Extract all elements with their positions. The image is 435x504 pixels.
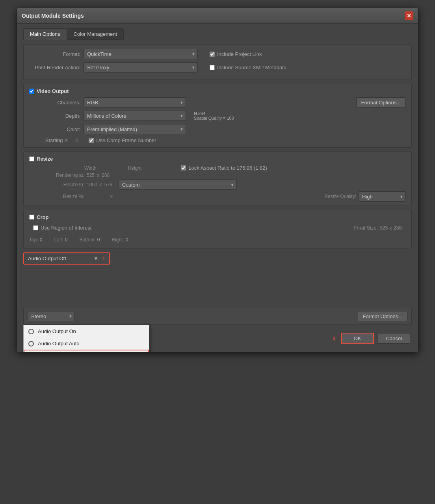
- cancel-button[interactable]: Cancel: [378, 333, 410, 344]
- use-region-checkbox[interactable]: [33, 225, 38, 230]
- resize-col-headers: Width Height Lock Aspect Ratio to 175:96…: [29, 165, 406, 171]
- resize-to-h: 576: [104, 182, 112, 187]
- channels-label: Channels:: [29, 100, 80, 106]
- resize-label: Resize: [37, 156, 53, 162]
- audio-dropdown-arrow: ▼: [93, 256, 99, 261]
- format-panel: Format: QuickTime ▼ Include Project Link…: [23, 44, 412, 80]
- include-project-link-checkbox[interactable]: [210, 52, 215, 57]
- format-options-btn[interactable]: Format Options...: [356, 97, 406, 107]
- crop-right: Right: 0: [112, 237, 128, 243]
- resize-preset-select[interactable]: Custom: [119, 180, 237, 190]
- audio-option-off[interactable]: Audio Output Off 2: [24, 350, 149, 352]
- audio-on-label: Audio Output On: [38, 328, 76, 334]
- tab-color-management[interactable]: Color Management: [67, 28, 124, 40]
- resize-height-header: Height: [128, 165, 142, 171]
- depth-select[interactable]: Millions of Colors: [84, 111, 186, 121]
- post-render-select-wrap: Set Proxy ▼: [84, 62, 198, 72]
- depth-row: Depth: Millions of Colors ▼ H.264 Spatia…: [29, 111, 406, 121]
- resize-preset-wrap: Custom ▼: [119, 180, 237, 190]
- post-render-select[interactable]: Set Proxy: [84, 62, 198, 72]
- audio-badge-1: 1: [102, 256, 105, 261]
- audio-section: Audio Output Off ▼ 1 Audio Output On Aud…: [23, 252, 412, 325]
- audio-option-on[interactable]: Audio Output On: [24, 325, 149, 337]
- resize-checkbox[interactable]: [29, 156, 34, 161]
- rendering-at-label: Rendering at:: [45, 172, 84, 178]
- channels-row: Channels: RGB ▼ Format Options...: [29, 97, 406, 107]
- crop-top: Top: 0: [29, 237, 42, 243]
- use-comp-frame-label: Use Comp Frame Number: [96, 137, 156, 143]
- post-render-row: Post-Render Action: Set Proxy ▼ Include …: [29, 62, 406, 72]
- format-select[interactable]: QuickTime: [84, 49, 198, 59]
- resize-to-row: Resize to: 1050 x 576 Custom ▼: [29, 180, 406, 190]
- video-output-label: Video Output: [37, 88, 69, 94]
- audio-format-row: Stereo ▼ Format Options...: [23, 308, 412, 325]
- output-module-settings-dialog: Output Module Settings ✕ Main Options Co…: [17, 8, 418, 352]
- format-row: Format: QuickTime ▼ Include Project Link: [29, 49, 406, 59]
- starting-hash-value: 0: [76, 137, 78, 143]
- include-xmp-options: Include Source XMP Metadata: [210, 65, 286, 70]
- lock-aspect-row: Lock Aspect Ratio to 175:96 (1.82): [181, 165, 267, 171]
- close-button[interactable]: ✕: [405, 11, 413, 20]
- codec-line2: Spatial Quality = 100: [194, 116, 234, 120]
- codec-line1: H.264: [194, 111, 234, 116]
- channels-select-wrap: RGB ▼: [84, 97, 186, 107]
- crop-bottom: Bottom: 0: [79, 237, 100, 243]
- video-output-checkbox[interactable]: [29, 89, 34, 94]
- audio-output-header[interactable]: Audio Output Off ▼ 1: [23, 252, 110, 265]
- color-select[interactable]: Premultiplied (Matted): [84, 124, 186, 134]
- include-options: Include Project Link: [210, 51, 262, 57]
- crop-checkbox[interactable]: [29, 215, 34, 220]
- resize-quality-select[interactable]: High: [359, 191, 406, 202]
- crop-panel: Crop Use Region of Interest Final Size: …: [23, 210, 412, 248]
- depth-select-wrap: Millions of Colors ▼: [84, 111, 186, 121]
- color-select-wrap: Premultiplied (Matted) ▼: [84, 124, 186, 134]
- lock-aspect-checkbox[interactable]: [181, 165, 186, 170]
- rendering-at-h: 288: [102, 172, 110, 178]
- audio-on-radio: [28, 329, 34, 334]
- include-xmp-checkbox[interactable]: [210, 65, 215, 70]
- resize-pct-row: Resize %: x Resize Quality: High ▼: [29, 191, 406, 202]
- resize-width-header: Width: [84, 165, 97, 171]
- crop-fields: Top: 0 Left: 0 Bottom: 0 Right: 0: [29, 235, 406, 244]
- audio-dropdown-menu: Audio Output On Audio Output Auto Audio …: [23, 325, 149, 352]
- resize-quality-wrap: High ▼: [359, 191, 406, 202]
- use-region-label: Use Region of Interest: [41, 225, 91, 231]
- crop-left: Left: 0: [54, 237, 67, 243]
- tabs-container: Main Options Color Management: [23, 28, 412, 40]
- audio-auto-radio: [28, 341, 34, 346]
- title-bar: Output Module Settings ✕: [17, 8, 418, 24]
- resize-pct-x: x: [110, 194, 113, 199]
- audio-format-options-btn[interactable]: Format Options...: [358, 311, 407, 321]
- format-select-wrap: QuickTime ▼: [84, 49, 198, 59]
- format-label: Format:: [29, 51, 80, 57]
- resize-panel: Resize Width Height Lock Aspect Ratio to…: [23, 152, 412, 206]
- ok-button[interactable]: OK: [341, 333, 374, 344]
- video-output-panel: Video Output Channels: RGB ▼ Format Opti…: [23, 84, 412, 148]
- use-comp-frame-checkbox[interactable]: [89, 138, 94, 143]
- resize-to-label: Resize to:: [45, 182, 84, 187]
- crop-header: Crop: [29, 214, 406, 220]
- channels-select[interactable]: RGB: [84, 97, 186, 107]
- audio-output-label: Audio Output Off: [28, 256, 91, 261]
- starting-hash-row: Starting #: 0 Use Comp Frame Number: [29, 137, 406, 143]
- depth-label: Depth:: [29, 113, 80, 119]
- resize-quality-label: Resize Quality:: [324, 194, 356, 199]
- include-xmp-row: Include Source XMP Metadata: [210, 65, 286, 70]
- rendering-at-w: 525: [87, 172, 95, 178]
- use-region-row: Use Region of Interest: [33, 225, 91, 231]
- tab-main-options[interactable]: Main Options: [23, 28, 67, 40]
- crop-label: Crop: [37, 214, 48, 220]
- footer-badge: 3: [333, 335, 336, 341]
- audio-stereo-wrap: Stereo ▼: [28, 311, 75, 321]
- rendering-at-x: x: [97, 172, 99, 178]
- audio-stereo-select[interactable]: Stereo: [28, 311, 75, 321]
- resize-pct-label: Resize %:: [45, 194, 84, 199]
- resize-to-w: 1050: [87, 182, 97, 187]
- include-project-link-row: Include Project Link: [210, 51, 262, 57]
- use-comp-frame-row: Use Comp Frame Number: [89, 137, 156, 143]
- video-output-header: Video Output: [29, 88, 406, 94]
- starting-hash-label: Starting #:: [33, 137, 69, 143]
- final-size-label: Final Size: 525 x 288: [354, 225, 402, 231]
- audio-option-auto[interactable]: Audio Output Auto: [24, 337, 149, 350]
- include-xmp-label: Include Source XMP Metadata: [217, 65, 286, 70]
